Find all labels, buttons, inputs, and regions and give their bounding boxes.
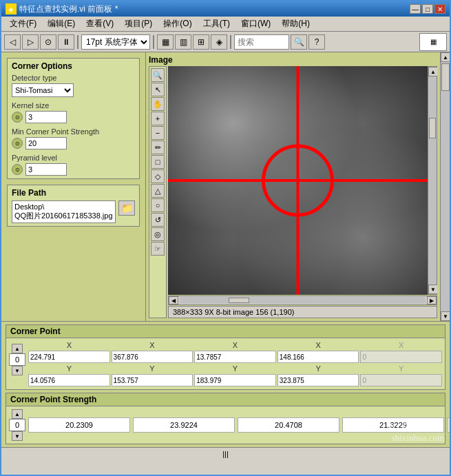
- tool-zoom-out[interactable]: −: [151, 126, 165, 140]
- tool-triangle[interactable]: △: [151, 184, 165, 198]
- cp-col-2: X Y: [112, 341, 193, 386]
- filepath-section: File Path Desktop\QQ图片20160617185338.jpg…: [7, 185, 140, 227]
- scroll-down-btn[interactable]: ▼: [428, 284, 437, 294]
- pyramid-spinner-icon[interactable]: ⊙: [12, 164, 23, 175]
- panel-scroll-thumb[interactable]: [441, 63, 450, 91]
- cp-col3-header: X: [194, 341, 276, 349]
- toolbar-align-btn[interactable]: ▦: [157, 34, 174, 50]
- help-btn[interactable]: ?: [308, 34, 325, 50]
- cp-spinner: ▲ 0 ▼: [9, 344, 25, 375]
- vertical-scrollbar[interactable]: ▲ ▼: [428, 66, 437, 295]
- cp-col3-x[interactable]: [194, 351, 276, 363]
- tool-diamond[interactable]: ◇: [151, 169, 165, 183]
- corner-point-body: ▲ 0 ▼ X Y X: [6, 338, 445, 389]
- cs-spinner-up[interactable]: ▲: [12, 409, 23, 419]
- toolbar-run-btn[interactable]: ⊙: [40, 34, 56, 50]
- cs-val3[interactable]: [238, 417, 339, 433]
- title-controls: — □ ✕: [410, 4, 445, 14]
- panel-scroll-down[interactable]: ▼: [441, 311, 450, 321]
- tool-rect[interactable]: □: [151, 155, 165, 169]
- close-button[interactable]: ✕: [434, 4, 445, 14]
- detector-type-label: Detector type: [12, 74, 135, 82]
- min-strength-input[interactable]: [25, 137, 67, 149]
- menu-tools[interactable]: 工具(T): [198, 17, 235, 31]
- tool-rotate[interactable]: ↺: [151, 213, 165, 227]
- search-btn[interactable]: 🔍: [291, 34, 307, 50]
- cp-col-3: X Y: [194, 341, 276, 386]
- cp-col1-x[interactable]: [28, 351, 110, 363]
- min-strength-spinner-icon[interactable]: ⊙: [12, 138, 23, 149]
- cp-spinner-down[interactable]: ▼: [12, 366, 23, 375]
- toolbar-pause-btn[interactable]: ⏸: [58, 34, 74, 50]
- font-selector[interactable]: 17pt 系统字体: [81, 34, 150, 50]
- menu-project[interactable]: 项目(P): [119, 17, 158, 31]
- kernel-size-input[interactable]: [25, 111, 67, 123]
- cp-col4-x[interactable]: [277, 351, 359, 363]
- cp-col1-y[interactable]: [28, 374, 110, 386]
- toolbar-fwd-btn[interactable]: ▷: [22, 34, 39, 50]
- image-status-bar: 388×333 9X 8-bit image 156 (1,190): [168, 306, 437, 318]
- cp-col4-y[interactable]: [277, 374, 359, 386]
- tool-circle[interactable]: ○: [151, 198, 165, 212]
- cp-col4-header: X: [277, 341, 359, 349]
- toolbar-back-btn[interactable]: ◁: [4, 34, 21, 50]
- cs-val2[interactable]: [133, 417, 235, 433]
- cp-col5-y-label: Y: [360, 364, 442, 373]
- scroll-thumb[interactable]: [429, 118, 436, 138]
- cs-value[interactable]: 0: [9, 419, 25, 431]
- menu-help[interactable]: 帮助(H): [276, 17, 315, 31]
- toolbar-dist-btn[interactable]: ▥: [175, 34, 191, 50]
- pyramid-level-input[interactable]: [25, 163, 67, 176]
- image-canvas: [168, 66, 428, 295]
- cp-value[interactable]: 0: [9, 353, 25, 366]
- maximize-button[interactable]: □: [422, 4, 433, 14]
- filepath-display: Desktop\QQ图片20160617185338.jpg: [12, 200, 116, 223]
- panel-scroll-track[interactable]: [441, 62, 450, 311]
- cs-val4[interactable]: [342, 417, 444, 433]
- menu-edit[interactable]: 编辑(E): [42, 17, 81, 31]
- minimize-button[interactable]: —: [410, 4, 421, 14]
- menu-operate[interactable]: 操作(O): [158, 17, 197, 31]
- tool-target[interactable]: ◎: [151, 227, 165, 241]
- tool-pointer[interactable]: ☞: [151, 242, 165, 256]
- image-view-area: ▲ ▼ ◀ ▶: [168, 66, 437, 318]
- panel-scrollbar[interactable]: ▲ ▼: [440, 52, 450, 321]
- corner-options-title: Corner Options: [12, 61, 135, 71]
- scroll-track[interactable]: [428, 76, 437, 284]
- tool-select[interactable]: ↖: [151, 83, 165, 96]
- h-scroll-thumb[interactable]: [229, 298, 249, 303]
- toolbar-resize-btn[interactable]: ⊞: [193, 34, 209, 50]
- detector-type-select[interactable]: Shi-Tomasi: [12, 83, 74, 97]
- cp-col2-header: X: [112, 341, 193, 349]
- cp-columns: X Y X Y X: [28, 341, 442, 386]
- tool-pencil[interactable]: ✏: [151, 141, 165, 154]
- cp-col3-y[interactable]: [194, 374, 276, 386]
- kernel-spinner-icon[interactable]: ⊙: [12, 112, 23, 123]
- scroll-right-btn[interactable]: ▶: [427, 296, 437, 304]
- filepath-row: Desktop\QQ图片20160617185338.jpg 📁: [12, 200, 135, 223]
- menu-window[interactable]: 窗口(W): [235, 17, 276, 31]
- horizontal-scrollbar[interactable]: ◀ ▶: [168, 296, 437, 305]
- corner-options-section: Corner Options Detector type Shi-Tomasi …: [7, 58, 140, 179]
- h-scroll-track[interactable]: [180, 297, 426, 304]
- kernel-row: ⊙: [12, 111, 135, 123]
- cp-col2-y[interactable]: [112, 374, 193, 386]
- menu-view[interactable]: 查看(V): [81, 17, 119, 31]
- panel-scroll-up[interactable]: ▲: [441, 52, 450, 62]
- tool-pan[interactable]: ✋: [151, 97, 165, 111]
- cp-spinner-up[interactable]: ▲: [12, 344, 23, 353]
- cp-col2-y-label: Y: [112, 364, 193, 373]
- scroll-left-btn[interactable]: ◀: [169, 296, 178, 304]
- tool-magnify[interactable]: 🔍: [151, 68, 165, 82]
- scroll-up-btn[interactable]: ▲: [428, 67, 437, 76]
- cs-spinner-down[interactable]: ▼: [12, 431, 23, 441]
- browse-folder-button[interactable]: 📁: [118, 200, 135, 216]
- app-window: ◈ 特征点查找实例.vi 前面板 * — □ ✕ 文件(F) 编辑(E) 查看(…: [0, 0, 451, 476]
- tool-zoom-in[interactable]: +: [151, 112, 165, 125]
- menu-file[interactable]: 文件(F): [4, 17, 42, 31]
- cs-val1[interactable]: [28, 417, 130, 433]
- toolbar-order-btn[interactable]: ◈: [211, 34, 227, 50]
- toolbar: ◁ ▷ ⊙ ⏸ 17pt 系统字体 ▦ ▥ ⊞ ◈ 🔍 ? ▦: [1, 32, 450, 52]
- search-input[interactable]: [234, 34, 289, 50]
- cp-col2-x[interactable]: [112, 351, 193, 363]
